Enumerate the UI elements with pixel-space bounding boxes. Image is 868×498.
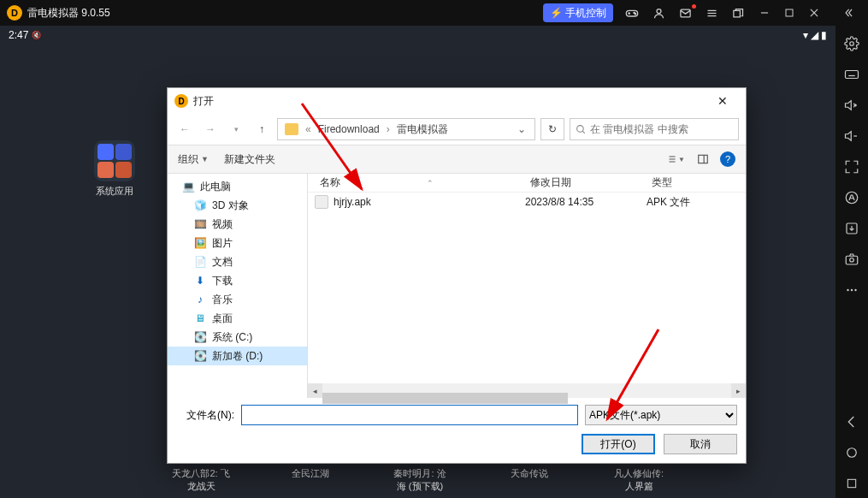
nav-recent-icon[interactable] [836, 469, 868, 498]
svg-point-39 [846, 192, 858, 204]
file-type: APK 文件 [647, 195, 741, 210]
svg-point-45 [851, 289, 853, 291]
cube-icon: 🧊 [193, 199, 207, 212]
breadcrumb-bar[interactable]: « Firedownload › 雷电模拟器 ⌄ [277, 118, 535, 140]
volume-up-icon[interactable] [836, 91, 868, 120]
video-icon: 🎞️ [193, 217, 207, 231]
refresh-button[interactable]: ↻ [540, 118, 564, 140]
search-box[interactable] [570, 118, 739, 140]
file-name: hjrjy.apk [334, 196, 371, 208]
minimize-button[interactable] [752, 0, 777, 26]
column-header-name[interactable]: 名称⌃ [315, 175, 525, 190]
user-icon[interactable] [646, 0, 672, 26]
app-label: 秦时明月: 沧海 (预下载) [390, 467, 450, 493]
search-input[interactable] [590, 123, 733, 135]
app-title: 雷电模拟器 9.0.55 [27, 6, 110, 21]
breadcrumb-dropdown[interactable]: ⌄ [512, 123, 531, 135]
fullscreen-icon[interactable] [836, 152, 868, 181]
svg-rect-28 [846, 71, 859, 79]
keyboard-icon[interactable] [836, 60, 868, 89]
file-open-dialog: D 打开 ✕ ← → ▾ ↑ « Firedownload › 雷电模拟器 ⌄ … [167, 87, 747, 464]
filename-label: 文件名(N): [176, 408, 234, 423]
preview-pane-button[interactable] [693, 150, 713, 169]
tree-item-desktop[interactable]: 🖥桌面 [168, 309, 307, 328]
gamepad-icon[interactable] [618, 0, 646, 26]
close-button[interactable] [801, 0, 827, 26]
desktop-icon: 🖥 [193, 311, 207, 325]
dialog-logo-icon: D [174, 94, 188, 108]
column-header-date[interactable]: 修改日期 [525, 175, 647, 190]
apk-file-icon [315, 195, 328, 209]
svg-point-27 [850, 42, 854, 46]
bolt-icon: ⚡ [550, 7, 563, 19]
maximize-button[interactable] [777, 0, 801, 26]
sort-indicator-icon: ⌃ [427, 179, 434, 187]
phone-control-label: 手机控制 [565, 6, 606, 21]
scroll-right-button[interactable]: ▸ [731, 383, 746, 398]
nav-back-icon[interactable] [836, 407, 868, 436]
mute-indicator-icon: 🔇 [32, 31, 41, 39]
nav-home-icon[interactable] [836, 438, 868, 467]
battery-icon: ▮ [821, 29, 827, 41]
folder-tree: 💻此电脑 🧊3D 对象 🎞️视频 🖼️图片 📄文档 ⬇下载 ♪音乐 🖥桌面 💽系… [168, 174, 308, 398]
view-mode-button[interactable]: ▼ [665, 150, 686, 169]
tree-item-drive-c[interactable]: 💽系统 (C:) [168, 328, 307, 347]
tree-item-documents[interactable]: 📄文档 [168, 252, 307, 271]
more-icon[interactable] [836, 276, 868, 305]
tree-item-3d[interactable]: 🧊3D 对象 [168, 196, 307, 215]
tree-item-music[interactable]: ♪音乐 [168, 290, 307, 309]
organize-menu[interactable]: 组织 ▼ [178, 152, 209, 167]
svg-point-44 [847, 289, 848, 291]
open-button[interactable]: 打开(O) [582, 434, 655, 454]
nav-forward-button: → [200, 119, 221, 139]
collapse-sidebar-button[interactable] [836, 0, 861, 26]
svg-marker-34 [846, 101, 852, 110]
nav-back-button[interactable]: ← [174, 119, 195, 139]
svg-point-15 [577, 125, 584, 132]
svg-point-43 [850, 258, 854, 263]
tree-item-this-pc[interactable]: 💻此电脑 [168, 177, 307, 196]
svg-rect-42 [846, 256, 858, 264]
android-status-bar: 2:47 🔇 ▾ ◢ ▮ [0, 26, 836, 44]
svg-rect-12 [786, 9, 793, 16]
screenshot-icon[interactable] [836, 245, 868, 274]
tree-item-drive-d[interactable]: 💽新加卷 (D:) [168, 347, 307, 365]
scroll-left-button[interactable]: ◂ [308, 383, 322, 398]
search-icon [576, 124, 587, 135]
phone-control-button[interactable]: ⚡ 手机控制 [543, 3, 613, 22]
menu-icon[interactable] [699, 0, 725, 26]
svg-line-16 [582, 131, 585, 133]
app-titlebar: D 雷电模拟器 9.0.55 ⚡ 手机控制 [0, 0, 868, 26]
settings-icon[interactable] [836, 29, 868, 58]
nav-recent-dropdown[interactable]: ▾ [226, 119, 246, 139]
file-date: 2023/8/8 14:35 [525, 196, 647, 208]
svg-rect-48 [847, 479, 855, 487]
svg-point-5 [657, 9, 661, 13]
nav-up-button[interactable]: ↑ [251, 119, 272, 139]
status-time: 2:47 [9, 29, 28, 41]
music-icon: ♪ [193, 293, 207, 306]
help-button[interactable]: ? [720, 151, 735, 167]
tree-item-videos[interactable]: 🎞️视频 [168, 215, 307, 234]
tree-item-downloads[interactable]: ⬇下载 [168, 271, 307, 290]
file-filter-select[interactable]: APK文件(*.apk) [585, 405, 737, 425]
file-row[interactable]: hjrjy.apk 2023/8/8 14:35 APK 文件 [308, 193, 746, 211]
volume-down-icon[interactable] [836, 122, 868, 151]
new-folder-button[interactable]: 新建文件夹 [224, 152, 275, 167]
cancel-button[interactable]: 取消 [664, 434, 737, 454]
column-header-type[interactable]: 类型 [647, 175, 741, 190]
emulator-sidebar [836, 26, 868, 498]
mail-icon[interactable] [672, 0, 699, 26]
system-apps-folder[interactable]: 系统应用 [84, 140, 145, 198]
scrollbar-thumb[interactable] [322, 393, 568, 404]
filename-input[interactable] [241, 405, 578, 425]
dialog-close-button[interactable]: ✕ [705, 89, 741, 113]
breadcrumb-item[interactable]: 雷电模拟器 [393, 122, 452, 137]
text-input-icon[interactable] [836, 183, 868, 212]
breadcrumb-item[interactable]: Firedownload [315, 123, 383, 135]
svg-marker-37 [846, 132, 852, 141]
multi-window-icon[interactable] [725, 0, 752, 26]
horizontal-scrollbar[interactable]: ◂ ▸ [308, 383, 746, 398]
tree-item-pictures[interactable]: 🖼️图片 [168, 234, 307, 252]
install-apk-icon[interactable] [836, 214, 868, 243]
